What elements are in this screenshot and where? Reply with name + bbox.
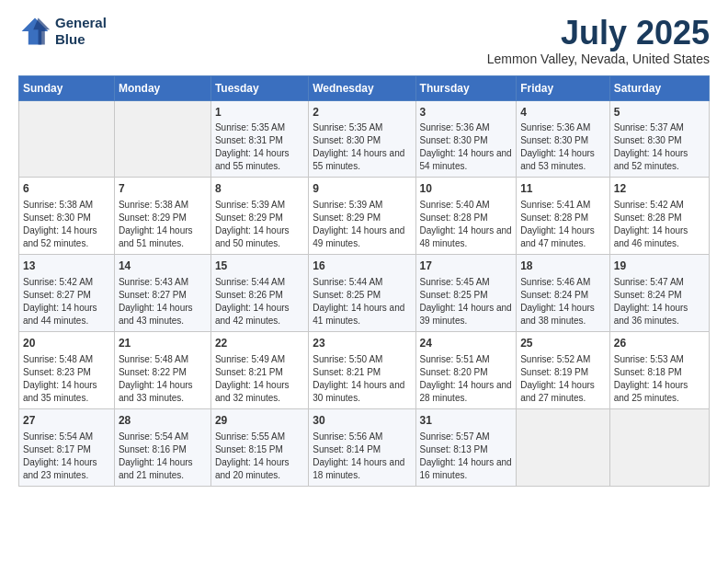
day-info: Sunrise: 5:53 AMSunset: 8:18 PMDaylight:… [614, 353, 705, 405]
day-number: 28 [119, 413, 207, 429]
day-number: 21 [119, 336, 207, 351]
day-info: Sunrise: 5:48 AMSunset: 8:22 PMDaylight:… [119, 353, 207, 405]
day-cell: 18Sunrise: 5:46 AMSunset: 8:24 PMDayligh… [517, 255, 610, 332]
day-cell: 30Sunrise: 5:56 AMSunset: 8:14 PMDayligh… [309, 408, 415, 486]
col-sunday: Sunday [19, 75, 115, 100]
calendar-table: Sunday Monday Tuesday Wednesday Thursday… [18, 75, 710, 487]
day-info: Sunrise: 5:47 AMSunset: 8:24 PMDaylight:… [614, 276, 705, 327]
col-tuesday: Tuesday [210, 75, 308, 100]
day-number: 16 [313, 259, 411, 274]
day-info: Sunrise: 5:54 AMSunset: 8:16 PMDaylight:… [119, 431, 207, 482]
col-thursday: Thursday [415, 75, 517, 100]
day-number: 12 [614, 181, 705, 197]
day-cell: 11Sunrise: 5:41 AMSunset: 8:28 PMDayligh… [517, 178, 610, 255]
day-number: 30 [313, 413, 411, 429]
day-number: 15 [215, 259, 304, 274]
col-friday: Friday [517, 75, 610, 100]
day-number: 25 [520, 336, 606, 351]
title-block: July 2025 Lemmon Valley, Nevada, United … [487, 15, 710, 66]
day-number: 17 [420, 259, 513, 274]
day-info: Sunrise: 5:44 AMSunset: 8:26 PMDaylight:… [215, 276, 304, 327]
day-number: 10 [420, 181, 513, 197]
day-number: 31 [420, 413, 513, 429]
day-info: Sunrise: 5:51 AMSunset: 8:20 PMDaylight:… [420, 353, 513, 405]
day-cell: 28Sunrise: 5:54 AMSunset: 8:16 PMDayligh… [114, 408, 210, 486]
day-number: 8 [215, 181, 304, 197]
logo-line1: General [55, 15, 107, 31]
day-info: Sunrise: 5:42 AMSunset: 8:27 PMDaylight:… [23, 276, 110, 327]
day-cell: 31Sunrise: 5:57 AMSunset: 8:13 PMDayligh… [415, 408, 517, 486]
day-cell: 8Sunrise: 5:39 AMSunset: 8:29 PMDaylight… [210, 178, 308, 255]
day-cell: 21Sunrise: 5:48 AMSunset: 8:22 PMDayligh… [114, 331, 210, 408]
day-cell: 27Sunrise: 5:54 AMSunset: 8:17 PMDayligh… [19, 408, 115, 486]
day-cell: 5Sunrise: 5:37 AMSunset: 8:30 PMDaylight… [609, 100, 709, 178]
day-info: Sunrise: 5:48 AMSunset: 8:23 PMDaylight:… [23, 353, 110, 405]
logo: General Blue [18, 15, 107, 48]
day-cell: 1Sunrise: 5:35 AMSunset: 8:31 PMDaylight… [210, 100, 308, 178]
col-saturday: Saturday [609, 75, 709, 100]
day-info: Sunrise: 5:36 AMSunset: 8:30 PMDaylight:… [420, 121, 513, 173]
day-number: 6 [23, 181, 110, 197]
day-info: Sunrise: 5:35 AMSunset: 8:31 PMDaylight:… [215, 121, 304, 173]
day-cell: 4Sunrise: 5:36 AMSunset: 8:30 PMDaylight… [517, 100, 610, 178]
week-row-3: 13Sunrise: 5:42 AMSunset: 8:27 PMDayligh… [19, 255, 710, 332]
day-cell: 3Sunrise: 5:36 AMSunset: 8:30 PMDaylight… [415, 100, 517, 178]
day-info: Sunrise: 5:35 AMSunset: 8:30 PMDaylight:… [313, 121, 411, 173]
week-row-1: 1Sunrise: 5:35 AMSunset: 8:31 PMDaylight… [19, 100, 710, 178]
day-info: Sunrise: 5:42 AMSunset: 8:28 PMDaylight:… [614, 199, 705, 250]
day-info: Sunrise: 5:37 AMSunset: 8:30 PMDaylight:… [614, 121, 705, 173]
day-number: 20 [23, 336, 110, 351]
day-number: 24 [420, 336, 513, 351]
day-info: Sunrise: 5:55 AMSunset: 8:15 PMDaylight:… [215, 431, 304, 482]
day-info: Sunrise: 5:46 AMSunset: 8:24 PMDaylight:… [520, 276, 606, 327]
day-number: 23 [313, 336, 411, 351]
day-cell [19, 100, 115, 178]
day-cell [609, 408, 709, 486]
week-row-2: 6Sunrise: 5:38 AMSunset: 8:30 PMDaylight… [19, 178, 710, 255]
day-info: Sunrise: 5:39 AMSunset: 8:29 PMDaylight:… [313, 199, 411, 250]
day-info: Sunrise: 5:57 AMSunset: 8:13 PMDaylight:… [420, 431, 513, 482]
week-row-5: 27Sunrise: 5:54 AMSunset: 8:17 PMDayligh… [19, 408, 710, 486]
month-title: July 2025 [487, 15, 710, 52]
day-cell: 13Sunrise: 5:42 AMSunset: 8:27 PMDayligh… [19, 255, 115, 332]
day-info: Sunrise: 5:49 AMSunset: 8:21 PMDaylight:… [215, 353, 304, 405]
day-cell: 26Sunrise: 5:53 AMSunset: 8:18 PMDayligh… [609, 331, 709, 408]
day-number: 14 [119, 259, 207, 274]
day-cell: 7Sunrise: 5:38 AMSunset: 8:29 PMDaylight… [114, 178, 210, 255]
day-cell: 12Sunrise: 5:42 AMSunset: 8:28 PMDayligh… [609, 178, 709, 255]
day-cell: 6Sunrise: 5:38 AMSunset: 8:30 PMDaylight… [19, 178, 115, 255]
day-number: 4 [520, 105, 606, 121]
day-number: 3 [420, 105, 513, 121]
day-info: Sunrise: 5:45 AMSunset: 8:25 PMDaylight:… [420, 276, 513, 327]
day-info: Sunrise: 5:36 AMSunset: 8:30 PMDaylight:… [520, 121, 606, 173]
day-cell: 9Sunrise: 5:39 AMSunset: 8:29 PMDaylight… [309, 178, 415, 255]
day-cell: 23Sunrise: 5:50 AMSunset: 8:21 PMDayligh… [309, 331, 415, 408]
day-cell: 29Sunrise: 5:55 AMSunset: 8:15 PMDayligh… [210, 408, 308, 486]
day-number: 5 [614, 105, 705, 121]
day-number: 22 [215, 336, 304, 351]
day-cell: 20Sunrise: 5:48 AMSunset: 8:23 PMDayligh… [19, 331, 115, 408]
day-info: Sunrise: 5:50 AMSunset: 8:21 PMDaylight:… [313, 353, 411, 405]
day-number: 26 [614, 336, 705, 351]
day-cell [114, 100, 210, 178]
day-info: Sunrise: 5:39 AMSunset: 8:29 PMDaylight:… [215, 199, 304, 250]
day-info: Sunrise: 5:44 AMSunset: 8:25 PMDaylight:… [313, 276, 411, 327]
day-cell: 14Sunrise: 5:43 AMSunset: 8:27 PMDayligh… [114, 255, 210, 332]
day-info: Sunrise: 5:38 AMSunset: 8:30 PMDaylight:… [23, 199, 110, 250]
day-cell: 19Sunrise: 5:47 AMSunset: 8:24 PMDayligh… [609, 255, 709, 332]
day-cell [517, 408, 610, 486]
day-cell: 16Sunrise: 5:44 AMSunset: 8:25 PMDayligh… [309, 255, 415, 332]
week-row-4: 20Sunrise: 5:48 AMSunset: 8:23 PMDayligh… [19, 331, 710, 408]
day-cell: 24Sunrise: 5:51 AMSunset: 8:20 PMDayligh… [415, 331, 517, 408]
day-number: 11 [520, 181, 606, 197]
day-info: Sunrise: 5:43 AMSunset: 8:27 PMDaylight:… [119, 276, 207, 327]
day-number: 9 [313, 181, 411, 197]
day-info: Sunrise: 5:38 AMSunset: 8:29 PMDaylight:… [119, 199, 207, 250]
location-title: Lemmon Valley, Nevada, United States [487, 52, 710, 66]
day-cell: 22Sunrise: 5:49 AMSunset: 8:21 PMDayligh… [210, 331, 308, 408]
col-wednesday: Wednesday [309, 75, 415, 100]
logo-icon [18, 15, 51, 48]
day-cell: 10Sunrise: 5:40 AMSunset: 8:28 PMDayligh… [415, 178, 517, 255]
day-number: 7 [119, 181, 207, 197]
day-number: 18 [520, 259, 606, 274]
